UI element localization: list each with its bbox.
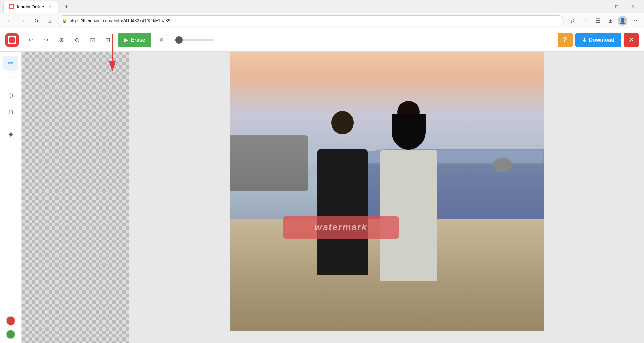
undo-button[interactable]: ↩ bbox=[24, 34, 37, 46]
profile-button[interactable]: 👤 bbox=[618, 16, 627, 26]
window-close-button[interactable]: ✕ bbox=[625, 1, 641, 12]
close-editor-button[interactable]: ✕ bbox=[624, 33, 639, 47]
new-tab-button[interactable]: + bbox=[62, 2, 71, 11]
person1 bbox=[317, 108, 368, 275]
zoom-out-button[interactable]: ⊖ bbox=[70, 34, 83, 46]
url-text: https://theinpaint.com/editor/419482741/… bbox=[70, 18, 560, 23]
app-content: ↩ ↪ ⊕ ⊖ ⊡ ⊞ Erase ✕ ? ⬇ Download ✕ bbox=[0, 28, 644, 343]
title-bar: Inpaint Online × + — □ ✕ bbox=[0, 0, 644, 13]
person1-body bbox=[317, 149, 368, 275]
download-icon: ⬇ bbox=[582, 37, 586, 43]
erase-label: Erase bbox=[131, 37, 145, 43]
address-bar[interactable]: 🔒 https://theinpaint.com/editor/41948274… bbox=[58, 15, 564, 26]
main-area: ✏ ⌒ ⬡ ◻ ✥ bbox=[0, 52, 644, 343]
active-tab[interactable]: Inpaint Online × bbox=[3, 1, 58, 13]
canvas-area[interactable]: watermark bbox=[22, 52, 644, 343]
rock-layer bbox=[493, 158, 512, 172]
person1-head bbox=[331, 111, 354, 134]
slider-thumb[interactable] bbox=[175, 36, 183, 44]
download-button[interactable]: ⬇ Download bbox=[575, 33, 621, 47]
app-logo-icon bbox=[8, 36, 16, 44]
zoom-fit-button[interactable]: ⊡ bbox=[86, 34, 99, 46]
eraser-tool[interactable]: ◻ bbox=[3, 104, 18, 119]
slider-track[interactable] bbox=[174, 39, 214, 41]
green-color-swatch[interactable] bbox=[6, 330, 15, 339]
pier-layer bbox=[230, 135, 308, 191]
tab-favicon bbox=[9, 4, 14, 9]
brush-size-slider[interactable] bbox=[174, 39, 214, 41]
browser-actions: ⇄ ☆ ☰ ⊞ 👤 ⋯ bbox=[567, 15, 640, 26]
lock-icon: 🔒 bbox=[62, 18, 67, 23]
watermark-text: watermark bbox=[314, 222, 367, 233]
navigation-bar: ← → ↻ ⌂ 🔒 https://theinpaint.com/editor/… bbox=[0, 13, 644, 28]
settings-button[interactable]: ⋯ bbox=[629, 15, 640, 26]
editor-toolbar: ↩ ↪ ⊕ ⊖ ⊡ ⊞ Erase ✕ ? ⬇ Download ✕ bbox=[0, 28, 644, 52]
person2 bbox=[380, 99, 437, 281]
reading-list-button[interactable]: ☰ bbox=[592, 15, 603, 26]
help-button[interactable]: ? bbox=[558, 33, 573, 47]
erase-button[interactable]: Erase bbox=[118, 33, 151, 47]
red-color-swatch[interactable] bbox=[6, 316, 15, 326]
person2-hair bbox=[392, 114, 426, 150]
minimize-button[interactable]: — bbox=[593, 1, 608, 12]
home-button[interactable]: ⌂ bbox=[44, 15, 55, 26]
refresh-button[interactable]: ↻ bbox=[31, 15, 42, 26]
zoom-in-button[interactable]: ⊕ bbox=[55, 34, 68, 46]
download-label: Download bbox=[589, 37, 614, 43]
cancel-button[interactable]: ✕ bbox=[155, 34, 168, 46]
tools-sidebar: ✏ ⌒ ⬡ ◻ ✥ bbox=[0, 52, 22, 343]
tab-close-button[interactable]: × bbox=[47, 4, 53, 10]
tab-title: Inpaint Online bbox=[17, 4, 44, 9]
translate-button[interactable]: ⇄ bbox=[567, 15, 578, 26]
canvas-checkerboard bbox=[22, 52, 129, 343]
forward-button[interactable]: → bbox=[17, 15, 28, 26]
photo-background: watermark bbox=[230, 52, 544, 331]
canvas-image[interactable]: watermark bbox=[230, 52, 544, 331]
sidebar-divider bbox=[4, 123, 17, 123]
back-button[interactable]: ← bbox=[4, 15, 15, 26]
toolbar-right: ? ⬇ Download ✕ bbox=[558, 33, 639, 47]
app-logo bbox=[5, 33, 19, 47]
brush-tool[interactable]: ✏ bbox=[3, 56, 18, 71]
polygon-tool[interactable]: ⬡ bbox=[3, 88, 18, 103]
person2-body bbox=[380, 150, 437, 280]
collections-button[interactable]: ⊞ bbox=[605, 15, 616, 26]
maximize-button[interactable]: □ bbox=[609, 1, 625, 12]
watermark-overlay: watermark bbox=[283, 216, 399, 239]
lasso-tool[interactable]: ⌒ bbox=[3, 72, 18, 87]
redo-button[interactable]: ↪ bbox=[40, 34, 52, 46]
window-controls: — □ ✕ bbox=[593, 1, 641, 12]
zoom-reset-button[interactable]: ⊞ bbox=[101, 34, 114, 46]
move-tool[interactable]: ✥ bbox=[3, 127, 18, 142]
favorites-button[interactable]: ☆ bbox=[580, 15, 590, 26]
